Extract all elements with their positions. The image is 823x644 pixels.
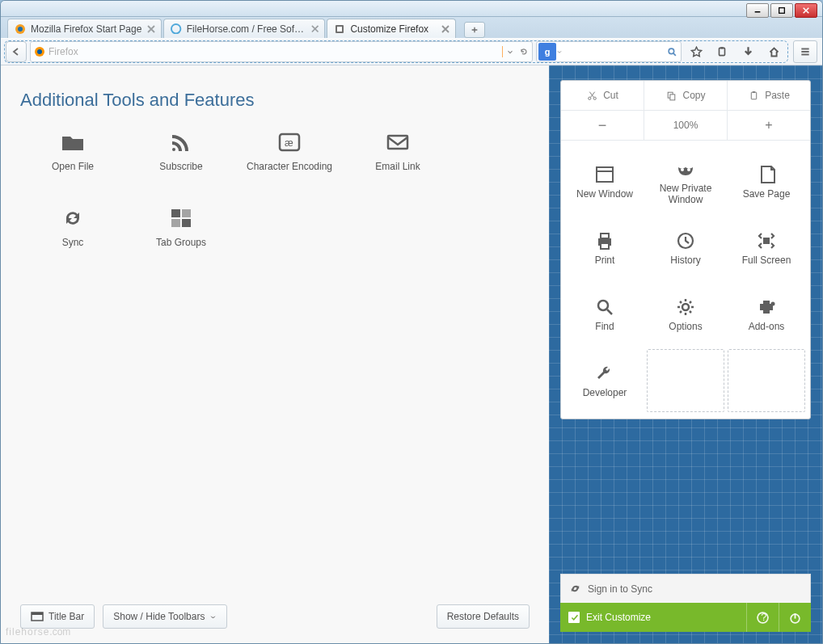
rss-icon [167, 128, 195, 156]
window-maximize-button[interactable] [770, 3, 793, 18]
paste-button[interactable]: Paste [727, 81, 810, 110]
history-icon [674, 229, 697, 252]
help-button[interactable] [746, 603, 779, 632]
button-label: Show / Hide Toolbars [113, 611, 205, 622]
tab-start-page[interactable]: Mozilla Firefox Start Page [7, 19, 162, 38]
wrench-icon [593, 362, 616, 385]
cut-icon [586, 90, 598, 102]
customize-heading: Additional Tools and Features [20, 90, 530, 111]
tool-label: Subscribe [159, 161, 202, 172]
panel-developer[interactable]: Developer [566, 349, 644, 412]
menu-button[interactable] [793, 40, 817, 63]
nav-toolbar: Firefox g [1, 38, 822, 65]
tool-label: Tab Groups [156, 237, 206, 248]
sync-icon [59, 204, 87, 232]
page-icon [755, 163, 778, 186]
url-placeholder: Firefox [49, 46, 499, 57]
show-hide-toolbars-button[interactable]: Show / Hide Toolbars [103, 604, 227, 629]
panel-find[interactable]: Find [566, 283, 644, 346]
panel-options[interactable]: Options [647, 283, 724, 346]
mask-icon [674, 158, 697, 180]
tab-close-icon[interactable] [310, 24, 319, 34]
new-tab-button[interactable] [464, 22, 485, 38]
firefox-icon [15, 23, 26, 35]
panel-save-page[interactable]: Save Page [728, 150, 805, 213]
sign-in-to-sync[interactable]: Sign in to Sync [560, 574, 811, 603]
power-icon [789, 612, 801, 624]
mail-icon [384, 128, 412, 156]
panel-new-private-window[interactable]: New Private Window [647, 150, 724, 213]
url-bar[interactable]: Firefox [30, 41, 533, 62]
tab-customize[interactable]: Customize Firefox [327, 19, 456, 38]
tool-open-file[interactable]: Open File [20, 128, 125, 201]
exit-customize-button[interactable]: Exit Customize [560, 612, 746, 623]
tool-label: Sync [62, 237, 84, 248]
bookmark-star-icon[interactable] [685, 41, 707, 62]
tab-label: Mozilla Firefox Start Page [31, 23, 141, 35]
tab-groups-icon [167, 204, 195, 232]
panel-print[interactable]: Print [566, 217, 644, 280]
fullscreen-icon [755, 229, 778, 252]
zoom-row: − 100% + [561, 111, 810, 141]
puzzle-icon [755, 296, 778, 318]
filehorse-icon [171, 23, 181, 35]
panel-drop-slot[interactable] [647, 349, 724, 412]
tool-tab-groups[interactable]: Tab Groups [129, 204, 234, 277]
customize-palette: Additional Tools and Features Open File … [1, 65, 549, 643]
print-icon [593, 229, 616, 252]
panel-full-screen[interactable]: Full Screen [728, 217, 805, 280]
panel-addons[interactable]: Add-ons [728, 283, 805, 346]
window-titlebar [1, 1, 822, 17]
reload-icon[interactable] [519, 47, 529, 57]
browser-window: Mozilla Firefox Start Page FileHorse.com… [0, 0, 823, 644]
content-area: Additional Tools and Features Open File … [1, 65, 822, 643]
button-label: Restore Defaults [447, 611, 519, 622]
copy-button[interactable]: Copy [644, 81, 727, 110]
downloads-icon[interactable] [736, 41, 759, 62]
button-label: Title Bar [49, 611, 84, 622]
zoom-out-button[interactable]: − [561, 111, 644, 140]
tool-subscribe[interactable]: Subscribe [129, 128, 234, 201]
url-cursor [502, 46, 503, 57]
tab-filehorse[interactable]: FileHorse.com / Free Softw... [163, 19, 325, 38]
zoom-in-button[interactable]: + [727, 111, 810, 140]
customize-footer: Title Bar Show / Hide Toolbars Restore D… [20, 604, 530, 629]
home-icon[interactable] [762, 41, 785, 62]
search-provider-badge[interactable]: g [538, 43, 556, 61]
url-dropdown-icon[interactable] [506, 48, 514, 56]
check-icon [568, 612, 580, 623]
title-bar-toggle[interactable]: Title Bar [20, 604, 95, 629]
exit-customize-bar: Exit Customize [560, 603, 811, 632]
folder-icon [59, 128, 87, 156]
sync-small-icon [569, 583, 581, 595]
titlebar-icon [31, 611, 44, 622]
menu-panel-area: Cut Copy Paste − 100% + New Window New P… [549, 65, 822, 643]
customize-icon [334, 23, 345, 35]
search-dropdown-icon[interactable] [556, 48, 563, 55]
bookmarks-list-icon[interactable] [711, 41, 733, 62]
window-close-button[interactable] [795, 3, 817, 18]
tool-email-link[interactable]: Email Link [345, 128, 450, 201]
panel-items-grid: New Window New Private Window Save Page … [561, 141, 810, 419]
back-button[interactable] [6, 41, 27, 62]
search-box[interactable]: g [536, 41, 682, 62]
copy-icon [665, 90, 677, 102]
tool-label: Open File [52, 161, 94, 172]
tool-character-encoding[interactable]: Character Encoding [237, 128, 342, 201]
panel-new-window[interactable]: New Window [566, 150, 644, 213]
tab-close-icon[interactable] [146, 24, 156, 34]
restore-defaults-button[interactable]: Restore Defaults [437, 604, 530, 629]
panel-history[interactable]: History [647, 217, 724, 280]
help-icon [757, 612, 769, 624]
cut-button[interactable]: Cut [561, 81, 644, 110]
tab-close-icon[interactable] [441, 24, 450, 34]
zoom-level[interactable]: 100% [644, 111, 727, 140]
panel-drop-slot[interactable] [728, 349, 805, 412]
tool-label: Character Encoding [247, 161, 332, 172]
window-minimize-button[interactable] [746, 3, 769, 18]
tool-label: Email Link [375, 161, 420, 172]
chevron-down-icon [209, 613, 217, 621]
tool-sync[interactable]: Sync [20, 204, 125, 277]
search-go-icon[interactable] [663, 47, 681, 57]
quit-button[interactable] [779, 603, 811, 632]
